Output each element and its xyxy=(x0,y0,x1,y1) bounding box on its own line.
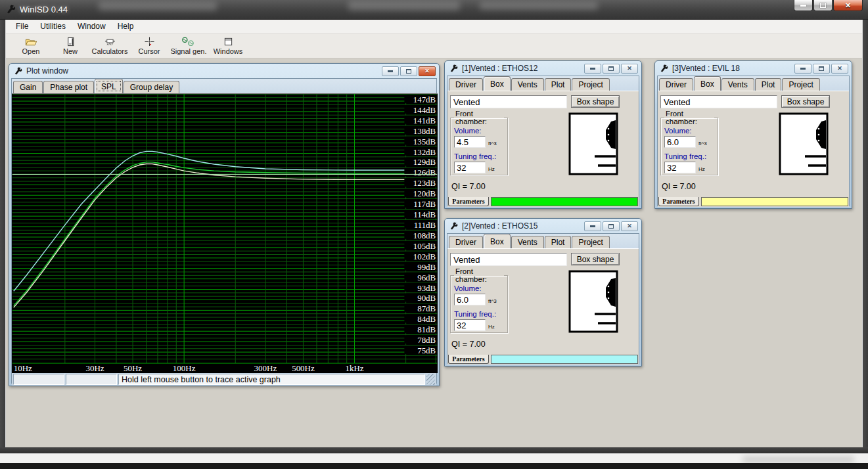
svg-text:132dB: 132dB xyxy=(413,147,436,157)
close-button[interactable]: ✕ xyxy=(833,0,863,11)
menu-file[interactable]: File xyxy=(10,20,34,32)
tab-project[interactable]: Project xyxy=(572,236,609,248)
main-window-client: File Utilities Window Help Open New xyxy=(6,20,862,447)
parameters-tab[interactable]: Parameters xyxy=(448,197,489,206)
svg-text:147dB: 147dB xyxy=(413,95,436,104)
box-shape-diagram xyxy=(568,270,620,333)
plot-maximize-button[interactable] xyxy=(400,66,417,76)
minimize-icon xyxy=(800,68,806,70)
tuning-freq-input[interactable] xyxy=(454,162,486,173)
maximize-button[interactable] xyxy=(813,0,833,11)
tab-plot[interactable]: Plot xyxy=(545,236,572,248)
project-maximize-button[interactable] xyxy=(603,64,620,74)
windows-button[interactable]: Windows xyxy=(208,35,248,57)
signal-gen-button[interactable]: Signal gen. xyxy=(169,35,208,57)
minimize-button[interactable] xyxy=(794,0,813,11)
menu-help[interactable]: Help xyxy=(112,20,140,32)
minimize-icon xyxy=(590,225,595,227)
project-window-body: Driver Box Vents Plot Project Box shape … xyxy=(657,76,850,206)
tab-plot[interactable]: Plot xyxy=(755,78,782,91)
close-icon: ✕ xyxy=(837,66,842,72)
tuning-freq-input[interactable] xyxy=(664,162,696,173)
tab-box[interactable]: Box xyxy=(694,76,721,91)
parameters-tab[interactable]: Parameters xyxy=(448,355,489,364)
tab-gain[interactable]: Gain xyxy=(13,81,43,93)
parameters-tab[interactable]: Parameters xyxy=(658,197,699,206)
tab-project[interactable]: Project xyxy=(782,78,819,91)
enclosure-type-field[interactable] xyxy=(660,95,777,108)
project-maximize-button[interactable] xyxy=(603,221,620,231)
tab-box[interactable]: Box xyxy=(484,234,511,248)
open-button[interactable]: Open xyxy=(11,35,51,57)
box-shape-diagram xyxy=(779,112,830,175)
parameters-indicator xyxy=(701,197,848,206)
project-window: [2]Vented : ETHOS15 ✕ Driver Box Vents P… xyxy=(444,218,642,367)
project-tab-bar: Driver Box Vents Plot Project xyxy=(658,76,849,91)
svg-text:129dB: 129dB xyxy=(413,157,436,167)
tab-group-delay[interactable]: Group delay xyxy=(124,81,179,93)
project-window: [1]Vented : ETHOS12 ✕ Driver Box Vents P… xyxy=(444,60,642,209)
resize-grip[interactable] xyxy=(426,374,435,385)
project-window: [3]Vented : EVIL 18 ✕ Driver Box Vents P… xyxy=(654,60,852,209)
tab-driver[interactable]: Driver xyxy=(659,78,693,91)
qi-value: QI = 7.00 xyxy=(451,340,486,349)
box-tab-content: Box shape Front chamber: Volume: ft^3 Tu… xyxy=(447,248,639,355)
main-window-title: WinISD 0.44 xyxy=(20,5,68,14)
tab-driver[interactable]: Driver xyxy=(449,236,483,248)
box-tab-content: Box shape Front chamber: Volume: ft^3 Tu… xyxy=(447,91,639,197)
svg-text:30Hz: 30Hz xyxy=(85,363,104,373)
cursor-crosshair-icon xyxy=(145,37,154,47)
project-window-titlebar[interactable]: [2]Vented : ETHOS15 ✕ xyxy=(447,219,639,233)
minimize-icon xyxy=(388,70,393,72)
tab-vents[interactable]: Vents xyxy=(511,236,544,248)
svg-text:105dB: 105dB xyxy=(413,241,436,251)
tab-vents[interactable]: Vents xyxy=(511,78,544,91)
svg-text:90dB: 90dB xyxy=(417,293,436,303)
tab-box[interactable]: Box xyxy=(484,76,511,91)
project-maximize-button[interactable] xyxy=(813,64,830,74)
project-window-titlebar[interactable]: [3]Vented : EVIL 18 ✕ xyxy=(657,61,850,76)
enclosure-type-field[interactable] xyxy=(450,253,567,266)
box-shape-button[interactable]: Box shape xyxy=(571,253,620,265)
tab-vents[interactable]: Vents xyxy=(721,78,754,91)
cursor-button[interactable]: Cursor xyxy=(129,35,169,57)
box-shape-button[interactable]: Box shape xyxy=(781,95,830,108)
svg-text:144dB: 144dB xyxy=(413,105,436,115)
project-close-button[interactable]: ✕ xyxy=(621,64,638,74)
project-window-titlebar[interactable]: [1]Vented : ETHOS12 ✕ xyxy=(447,61,639,76)
project-close-button[interactable]: ✕ xyxy=(621,221,638,231)
plot-window-titlebar[interactable]: Plot window ✕ xyxy=(11,64,437,78)
project-window-body: Driver Box Vents Plot Project Box shape … xyxy=(447,233,639,364)
project-minimize-button[interactable] xyxy=(794,64,811,74)
new-button[interactable]: New xyxy=(51,35,90,57)
tab-phase-plot[interactable]: Phase plot xyxy=(43,81,94,93)
volume-input[interactable] xyxy=(664,136,696,148)
window-frame-bottom xyxy=(0,447,868,453)
main-window-titlebar[interactable]: WinISD 0.44 ✕ xyxy=(0,0,868,20)
tuning-freq-input[interactable] xyxy=(454,319,486,331)
volume-input[interactable] xyxy=(454,136,486,148)
menu-utilities[interactable]: Utilities xyxy=(34,20,72,32)
front-chamber-group: Front chamber: Volume: ft^3 Tuning freq.… xyxy=(660,110,718,175)
project-minimize-button[interactable] xyxy=(584,221,601,231)
plot-minimize-button[interactable] xyxy=(382,66,399,76)
close-icon: ✕ xyxy=(627,223,632,229)
project-window-title: [3]Vented : EVIL 18 xyxy=(672,64,793,73)
project-minimize-button[interactable] xyxy=(584,64,601,74)
tab-driver[interactable]: Driver xyxy=(449,78,483,91)
qi-value: QI = 7.00 xyxy=(662,182,696,191)
calculators-button[interactable]: Calculators xyxy=(90,35,129,57)
enclosure-type-field[interactable] xyxy=(450,95,567,108)
front-chamber-label: Front chamber: xyxy=(454,110,504,125)
project-close-button[interactable]: ✕ xyxy=(831,64,848,74)
box-shape-button[interactable]: Box shape xyxy=(571,95,620,108)
spl-plot-canvas[interactable]: 147dB144dB141dB138dB135dB132dB129dB126dB… xyxy=(12,93,438,373)
volume-input[interactable] xyxy=(454,294,486,305)
tab-project[interactable]: Project xyxy=(572,78,609,91)
tab-spl[interactable]: SPL xyxy=(95,79,123,93)
tab-plot[interactable]: Plot xyxy=(545,78,572,91)
plot-window-body: Gain Phase plot SPL Group delay 147dB144… xyxy=(11,78,437,384)
menu-window[interactable]: Window xyxy=(72,20,112,32)
plot-close-button[interactable]: ✕ xyxy=(419,66,436,76)
plot-tab-bar: Gain Phase plot SPL Group delay xyxy=(12,79,436,93)
